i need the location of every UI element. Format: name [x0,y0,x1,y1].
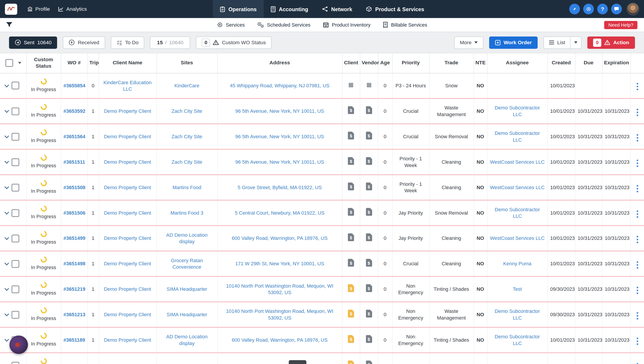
table-row[interactable]: In Progress [0,353,644,364]
site-link[interactable]: SIMA Headquarter [167,312,207,318]
table-row[interactable]: In Progress #3651508 1 Demo Property Cli… [0,175,644,200]
subnav-item-scheduled-services[interactable]: Scheduled Services [257,22,311,28]
site-link[interactable]: AD Demo Location display [166,232,207,244]
vendor-invoice-icon[interactable] [366,208,372,216]
row-actions-menu-icon[interactable] [635,311,639,320]
header-dropdown-caret[interactable] [18,62,22,64]
table-row[interactable]: In Progress #3651506 1 Demo Property Cli… [0,200,644,226]
row-checkbox[interactable] [12,158,19,166]
vendor-invoice-icon[interactable] [366,234,372,242]
client-invoice-icon[interactable] [348,106,354,114]
wo-number-link[interactable]: #3651508 [64,184,85,190]
table-row[interactable]: In Progress #3655854 0 KinderCare Educat… [0,73,644,98]
client-name-link[interactable]: Demo Property Client [104,184,151,190]
row-actions-menu-icon[interactable] [635,336,639,346]
address-link[interactable]: 600 Valley Road, Warrington, PA 18976, U… [232,337,328,343]
address-link[interactable]: 600 Valley Road, Warrington, PA 18976, U… [232,235,328,241]
row-checkbox[interactable] [12,311,19,318]
nav-item-analytics[interactable]: Analytics [54,0,91,18]
tab-operations[interactable]: Operations [213,0,264,18]
client-invoice-icon[interactable] [348,335,354,343]
filter-icon[interactable] [6,22,13,28]
table-row[interactable]: In Progress #3651498 1 Demo Property Cli… [0,251,644,276]
client-name-link[interactable]: Demo Property Client [104,235,151,241]
row-expand-chevron-icon[interactable] [5,312,9,316]
wo-number-link[interactable]: #3651189 [64,337,85,343]
wo-number-link[interactable]: #3651564 [64,134,85,140]
client-invoice-icon[interactable] [348,361,354,364]
table-row[interactable]: In Progress #3651499 1 Demo Property Cli… [0,226,644,251]
row-expand-chevron-icon[interactable] [5,235,9,240]
vendor-invoice-icon[interactable] [366,183,372,190]
wo-number-link[interactable]: #3651213 [64,312,85,318]
row-expand-chevron-icon[interactable] [5,108,9,113]
client-name-link[interactable]: Demo Property Client [104,210,151,216]
address-link[interactable]: 171 W 29th St, New York, NY 10001, US [235,261,324,267]
todo-filter-button[interactable]: To Do [111,36,144,49]
work-order-button[interactable]: Work Order [489,36,538,49]
client-invoice-icon[interactable] [348,157,354,165]
assignee-link[interactable]: WestCoast Services LLC [490,235,545,241]
nav-item-profile[interactable]: Profile [23,0,54,18]
row-actions-menu-icon[interactable] [635,285,639,295]
vendor-invoice-icon[interactable] [366,361,372,364]
assignee-link[interactable]: Demo Subcontractor LLC [495,334,540,346]
row-checkbox[interactable] [12,234,19,242]
row-actions-menu-icon[interactable] [635,133,639,142]
address-link[interactable]: 96 5th Avenue, New York, NY 10011, US [235,159,324,165]
client-name-link[interactable]: Demo Property Client [104,134,151,140]
custom-wo-status-button[interactable]: 0 Custom WO Status [196,36,272,49]
received-filter-button[interactable]: Received [63,36,105,49]
site-link[interactable]: Zach City Site [171,159,202,165]
user-avatar[interactable] [627,3,639,15]
client-name-link[interactable]: Demo Property Client [104,261,151,267]
assignee-link[interactable]: Kenny Puma [503,261,531,267]
row-checkbox[interactable] [12,133,19,140]
client-name-link[interactable]: Demo Property Client [104,337,151,343]
client-invoice-icon[interactable] [348,310,354,318]
table-row[interactable]: In Progress #3653592 1 Demo Property Cli… [0,98,644,124]
client-invoice-icon[interactable] [349,83,353,87]
row-actions-menu-icon[interactable] [635,362,639,364]
view-dropdown-button[interactable] [570,36,581,48]
row-checkbox[interactable] [12,362,19,364]
site-link[interactable]: AD Demo Location display [166,334,207,346]
row-expand-chevron-icon[interactable] [5,286,9,291]
client-name-link[interactable]: Demo Property Client [104,159,151,165]
client-name-link[interactable]: Demo Property Client [104,286,151,292]
tab-network[interactable]: Network [315,0,359,18]
site-link[interactable]: KinderCare [174,83,199,88]
site-link[interactable]: Martins Food 3 [170,210,203,216]
wo-number-link[interactable]: #3655854 [64,83,85,88]
vendor-invoice-icon[interactable] [366,335,372,343]
assignee-link[interactable]: WestCoast Services LLC [490,159,545,165]
client-name-link[interactable]: Demo Property Client [104,108,151,114]
row-expand-chevron-icon[interactable] [5,184,9,189]
row-checkbox[interactable] [12,209,19,217]
address-link[interactable]: 96 5th Avenue, New York, NY 10011, US [235,108,324,114]
client-name-link[interactable]: KinderCare Education LLC [103,80,152,92]
wo-number-link[interactable]: #3651219 [64,286,85,292]
assignee-link[interactable]: Demo Subcontractor LLC [495,206,540,219]
assignee-link[interactable]: Test [513,286,522,292]
assignee-link[interactable]: Demo Subcontractor LLC [495,105,540,117]
client-invoice-icon[interactable] [348,259,354,267]
subnav-item-product-inventory[interactable]: Product Inventory [323,22,370,28]
table-row[interactable]: In Progress #3651189 1 Demo Property Cli… [0,328,644,353]
row-expand-chevron-icon[interactable] [5,261,9,266]
row-expand-chevron-icon[interactable] [5,337,9,342]
client-name-link[interactable]: Demo Property Client [104,312,151,318]
wo-number-link[interactable]: #3651499 [64,235,85,241]
row-expand-chevron-icon[interactable] [5,159,9,164]
list-view-button[interactable]: List [544,36,570,48]
wo-number-link[interactable]: #3651511 [64,159,85,165]
feedback-widget-button[interactable] [10,336,28,354]
table-row[interactable]: In Progress #3651511 1 Demo Property Cli… [0,150,644,175]
row-actions-menu-icon[interactable] [635,234,639,244]
row-checkbox[interactable] [12,260,19,268]
help-icon-button[interactable]: ? [597,4,608,14]
site-link[interactable]: Zach City Site [171,134,202,140]
client-invoice-icon[interactable] [348,234,354,242]
row-actions-menu-icon[interactable] [635,107,639,117]
address-link[interactable]: 10140 North Port Washington Road, Mequon… [226,283,333,295]
